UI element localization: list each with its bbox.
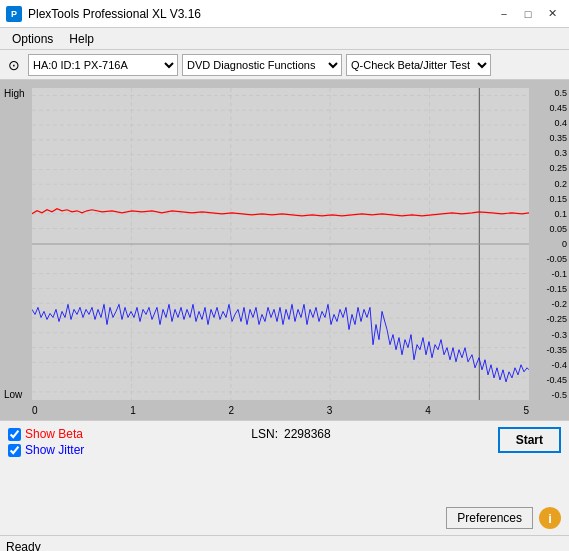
window-controls: − □ ✕ bbox=[493, 5, 563, 23]
bottom-row1: Show Beta Show Jitter LSN: 2298368 Start bbox=[8, 427, 561, 457]
minimize-button[interactable]: − bbox=[493, 5, 515, 23]
close-button[interactable]: ✕ bbox=[541, 5, 563, 23]
title-bar: P PlexTools Professional XL V3.16 − □ ✕ bbox=[0, 0, 569, 28]
menu-options[interactable]: Options bbox=[4, 30, 61, 48]
function-select[interactable]: DVD Diagnostic Functions bbox=[182, 54, 342, 76]
info-button[interactable]: i bbox=[539, 507, 561, 529]
app-icon: P bbox=[6, 6, 22, 22]
chart-area: High Low bbox=[0, 80, 569, 420]
beta-checkbox-row: Show Beta bbox=[8, 427, 84, 441]
lsn-area: LSN: 2298368 bbox=[251, 427, 330, 441]
maximize-button[interactable]: □ bbox=[517, 5, 539, 23]
y-axis-right: 0.5 0.45 0.4 0.35 0.3 0.25 0.2 0.15 0.1 … bbox=[546, 88, 567, 400]
show-beta-checkbox[interactable] bbox=[8, 428, 21, 441]
lsn-label: LSN: bbox=[251, 427, 278, 441]
show-jitter-label: Show Jitter bbox=[25, 443, 84, 457]
menu-bar: Options Help bbox=[0, 28, 569, 50]
show-jitter-checkbox[interactable] bbox=[8, 444, 21, 457]
start-button[interactable]: Start bbox=[498, 427, 561, 453]
chart-plot bbox=[32, 88, 529, 400]
preferences-button[interactable]: Preferences bbox=[446, 507, 533, 529]
y-label-high: High bbox=[4, 88, 25, 99]
bottom-row2: Preferences i bbox=[8, 507, 561, 529]
lsn-value: 2298368 bbox=[284, 427, 331, 441]
drive-select[interactable]: HA:0 ID:1 PX-716A bbox=[28, 54, 178, 76]
bottom-panel: Show Beta Show Jitter LSN: 2298368 Start… bbox=[0, 420, 569, 535]
jitter-checkbox-row: Show Jitter bbox=[8, 443, 84, 457]
x-axis: 0 1 2 3 4 5 bbox=[32, 405, 529, 416]
checkboxes: Show Beta Show Jitter bbox=[8, 427, 84, 457]
drive-icon: ⊙ bbox=[4, 55, 24, 75]
y-label-low: Low bbox=[4, 389, 22, 400]
status-text: Ready bbox=[6, 540, 41, 552]
status-bar: Ready bbox=[0, 535, 569, 551]
menu-help[interactable]: Help bbox=[61, 30, 102, 48]
window-title: PlexTools Professional XL V3.16 bbox=[28, 7, 201, 21]
toolbar: ⊙ HA:0 ID:1 PX-716A DVD Diagnostic Funct… bbox=[0, 50, 569, 80]
show-beta-label: Show Beta bbox=[25, 427, 83, 441]
test-select[interactable]: Q-Check Beta/Jitter Test bbox=[346, 54, 491, 76]
